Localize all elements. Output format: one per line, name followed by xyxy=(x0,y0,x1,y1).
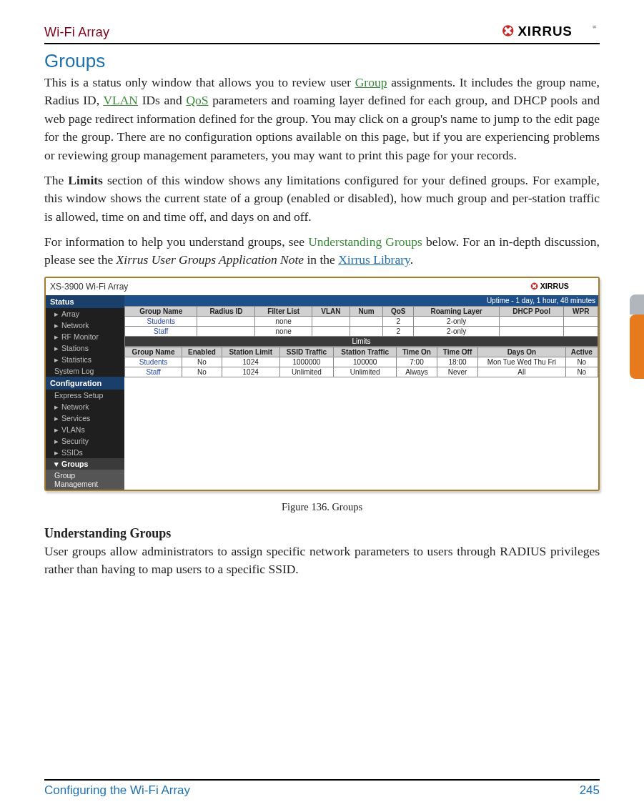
col-ssid-traffic: SSID Traffic xyxy=(279,347,334,357)
cell: 100000 xyxy=(334,357,397,367)
chevron-right-icon: ▸ xyxy=(54,414,59,422)
chevron-right-icon: ▸ xyxy=(54,437,59,445)
chevron-right-icon: ▸ xyxy=(54,310,59,318)
cell: 1024 xyxy=(222,367,279,377)
cell: 18:00 xyxy=(437,357,477,367)
chevron-right-icon: ▸ xyxy=(54,448,59,457)
sidebar-item-group-management[interactable]: Group Management xyxy=(46,470,124,490)
understanding-groups-link[interactable]: Understanding Groups xyxy=(308,234,422,249)
col-roaming-layer: Roaming Layer xyxy=(414,306,499,316)
cell: Unlimited xyxy=(334,367,397,377)
cell: Never xyxy=(437,367,477,377)
cell xyxy=(499,326,564,336)
vlan-link[interactable]: VLAN xyxy=(103,93,138,107)
limits-staff-link[interactable]: Staff xyxy=(125,367,182,377)
cell: 2-only xyxy=(414,316,499,326)
group-staff-link[interactable]: Staff xyxy=(125,326,197,336)
paragraph-overview: This is a status only window that allows… xyxy=(44,74,600,164)
chevron-right-icon: ▸ xyxy=(54,355,59,364)
sidebar-item-security[interactable]: ▸Security xyxy=(46,435,124,447)
chevron-right-icon: ▸ xyxy=(54,332,59,341)
cell: 7:00 xyxy=(397,357,437,367)
groups-table: Group Name Radius ID Filter List VLAN Nu… xyxy=(124,306,598,347)
table-row: Staff No 1024 Unlimited Unlimited Always… xyxy=(125,367,598,377)
subsection-heading: Understanding Groups xyxy=(44,526,600,541)
col-active: Active xyxy=(565,347,598,357)
chevron-down-icon: ▾ xyxy=(54,460,59,468)
table-row: Students No 1024 1000000 100000 7:00 18:… xyxy=(125,357,598,367)
col-time-on: Time On xyxy=(397,347,437,357)
admin-sidebar: Status ▸Array ▸Network ▸RF Monitor ▸Stat… xyxy=(46,295,124,490)
cell xyxy=(499,316,564,326)
col-filter-list: Filter List xyxy=(255,306,312,316)
header-product: Wi-Fi Array xyxy=(44,25,109,40)
col-days-on: Days On xyxy=(478,347,565,357)
sidebar-item-network-status[interactable]: ▸Network xyxy=(46,320,124,331)
cell: No xyxy=(565,357,598,367)
sidebar-item-rf-monitor[interactable]: ▸RF Monitor xyxy=(46,331,124,342)
figure-caption: Figure 136. Groups xyxy=(44,501,600,513)
cell xyxy=(350,326,383,336)
cell: 2 xyxy=(383,316,414,326)
sidebar-item-network[interactable]: ▸Network xyxy=(46,401,124,412)
col-enabled: Enabled xyxy=(182,347,222,357)
table-header-row: Group Name Radius ID Filter List VLAN Nu… xyxy=(125,306,598,316)
brand-logo: XIRRUS ® xyxy=(500,21,600,40)
page-side-tab-orange xyxy=(630,315,644,379)
table-row: Students none 2 2-only xyxy=(125,316,598,326)
chevron-right-icon: ▸ xyxy=(54,402,59,411)
col-wpr: WPR xyxy=(564,306,598,316)
cell: All xyxy=(478,367,565,377)
qos-link[interactable]: QoS xyxy=(186,93,208,107)
sidebar-item-statistics[interactable]: ▸Statistics xyxy=(46,354,124,365)
device-title: XS-3900 Wi-Fi Array xyxy=(50,282,128,292)
chevron-right-icon: ▸ xyxy=(54,425,59,434)
sidebar-section-configuration[interactable]: Configuration xyxy=(46,377,124,390)
sidebar-item-array[interactable]: ▸Array xyxy=(46,308,124,320)
cell: Always xyxy=(397,367,437,377)
limits-section-header: Limits xyxy=(125,336,598,346)
cell: 2 xyxy=(383,326,414,336)
sidebar-item-system-log[interactable]: System Log xyxy=(46,365,124,377)
sidebar-item-stations[interactable]: ▸Stations xyxy=(46,342,124,354)
sidebar-item-ssids[interactable]: ▸SSIDs xyxy=(46,447,124,458)
paragraph-understanding-ref: For information to help you understand g… xyxy=(44,233,600,269)
cell xyxy=(197,316,255,326)
col-station-limit: Station Limit xyxy=(222,347,279,357)
footer-section-title: Configuring the Wi-Fi Array xyxy=(44,783,190,798)
cell: 1000000 xyxy=(279,357,334,367)
cell: Unlimited xyxy=(279,367,334,377)
group-students-link[interactable]: Students xyxy=(125,316,197,326)
svg-text:XIRRUS: XIRRUS xyxy=(540,282,569,290)
sidebar-item-services[interactable]: ▸Services xyxy=(46,412,124,424)
sidebar-item-groups[interactable]: ▾Groups xyxy=(46,458,124,470)
sidebar-section-status[interactable]: Status xyxy=(46,295,124,308)
section-heading: Groups xyxy=(44,50,600,72)
col-qos: QoS xyxy=(383,306,414,316)
footer-page-number: 245 xyxy=(580,783,600,798)
cell: Mon Tue Wed Thu Fri xyxy=(478,357,565,367)
table-header-row: Group Name Enabled Station Limit SSID Tr… xyxy=(125,347,598,357)
cell: none xyxy=(255,326,312,336)
paragraph-understanding: User groups allow administrators to assi… xyxy=(44,543,600,579)
uptime-bar: Uptime - 1 day, 1 hour, 48 minutes xyxy=(124,295,598,306)
sidebar-item-vlans[interactable]: ▸VLANs xyxy=(46,424,124,435)
col-group-name: Group Name xyxy=(125,347,182,357)
cell: 1024 xyxy=(222,357,279,367)
group-link[interactable]: Group xyxy=(355,75,387,89)
col-radius-id: Radius ID xyxy=(197,306,255,316)
top-rule xyxy=(44,43,600,44)
col-time-off: Time Off xyxy=(437,347,477,357)
cell xyxy=(312,326,350,336)
xirrus-library-link[interactable]: Xirrus Library xyxy=(338,252,410,267)
cell: No xyxy=(182,367,222,377)
sidebar-item-express-setup[interactable]: Express Setup xyxy=(46,390,124,401)
content-pane: Uptime - 1 day, 1 hour, 48 minutes Group… xyxy=(124,295,598,490)
cell: none xyxy=(255,316,312,326)
col-num: Num xyxy=(350,306,383,316)
cell xyxy=(350,316,383,326)
limits-students-link[interactable]: Students xyxy=(125,357,182,367)
paragraph-limits: The Limits section of this window shows … xyxy=(44,172,600,226)
svg-text:®: ® xyxy=(593,24,596,29)
col-vlan: VLAN xyxy=(312,306,350,316)
